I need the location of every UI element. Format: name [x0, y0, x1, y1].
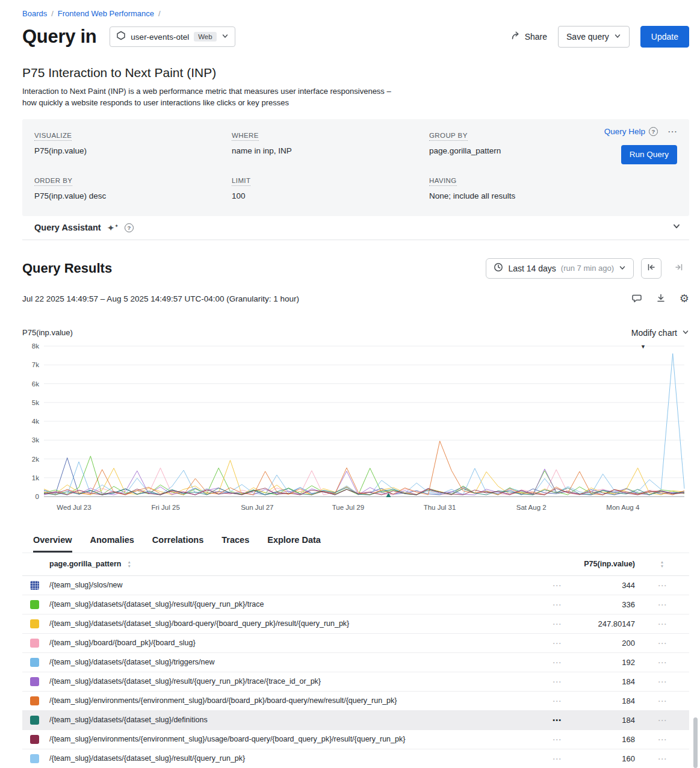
series-swatch[interactable]	[30, 639, 39, 648]
sort-icon[interactable]: ▲▼	[127, 560, 131, 568]
row-path: /{team_slug}/datasets/{dataset_slug}/def…	[49, 716, 545, 724]
row-actions-icon[interactable]: ⋯	[635, 677, 689, 686]
series-swatch[interactable]	[30, 619, 39, 628]
query-help-link[interactable]: Query Help ?	[604, 127, 658, 136]
table-row[interactable]: /{team_slug}/datasets/{dataset_slug}/res…	[22, 595, 689, 615]
row-actions-icon[interactable]: ⋯	[635, 696, 689, 705]
row-actions-icon[interactable]: ⋯	[635, 716, 689, 725]
row-menu-icon[interactable]: ⋯	[545, 754, 569, 763]
tab-anomalies[interactable]: Anomalies	[90, 531, 134, 553]
run-query-button[interactable]: Run Query	[621, 145, 677, 164]
query-assistant-bar[interactable]: Query Assistant ✦✦ ?	[22, 216, 689, 240]
next-query-button[interactable]	[669, 258, 689, 279]
table-row[interactable]: /{team_slug}/datasets/{dataset_slug}/boa…	[22, 615, 689, 634]
chevron-down-icon[interactable]	[672, 222, 681, 233]
series-swatch[interactable]	[30, 696, 39, 705]
arrow-right-to-bar-icon	[674, 262, 684, 274]
page: Boards / Frontend Web Performance / Quer…	[0, 0, 700, 768]
row-actions-icon[interactable]: ⋯	[635, 754, 689, 763]
table-row[interactable]: /{team_slug}/environments/{environment_s…	[22, 692, 689, 711]
row-menu-icon[interactable]: ⋯	[545, 696, 569, 705]
tab-correlations[interactable]: Correlations	[152, 531, 203, 553]
row-actions-icon[interactable]: ⋯	[635, 581, 689, 590]
series-swatch[interactable]	[30, 735, 39, 744]
clause-where[interactable]: WHERE name in inp, INP	[232, 129, 429, 155]
chart-svg[interactable]: 01k2k3k4k5k6k7k8kWed Jul 23Fri Jul 25Sun…	[22, 342, 689, 513]
series-swatch[interactable]	[30, 600, 39, 609]
row-menu-icon[interactable]: ⋯	[545, 716, 569, 725]
row-path: /{team_slug}/environments/{environment_s…	[49, 696, 545, 705]
time-range-text: Jul 22 2025 14:49:57 – Aug 5 2025 14:49:…	[22, 294, 299, 303]
comment-button[interactable]	[631, 293, 642, 305]
comment-icon	[631, 293, 642, 305]
dataset-env-badge: Web	[194, 32, 216, 42]
dataset-selector[interactable]: user-events-otel Web	[110, 26, 235, 47]
series-swatch[interactable]	[30, 658, 39, 667]
clock-icon	[494, 262, 503, 274]
table-row[interactable]: /{team_slug}/datasets/{dataset_slug}/def…	[22, 711, 689, 730]
row-menu-icon[interactable]: ⋯	[545, 619, 569, 628]
panel-overflow-menu-icon[interactable]: ⋯	[667, 127, 678, 137]
clause-value: name in inp, INP	[232, 146, 429, 155]
table-row[interactable]: /{team_slug}/slos/new ⋯ 344 ⋯	[22, 576, 689, 595]
save-query-label: Save query	[566, 32, 609, 42]
clause-value: P75(inp.value)	[34, 146, 232, 155]
time-range-label: Last 14 days	[508, 264, 556, 273]
row-actions-icon[interactable]: ⋯	[635, 619, 689, 628]
table-row[interactable]: /{team_slug}/datasets/{dataset_slug}/res…	[22, 672, 689, 692]
series-swatch[interactable]	[30, 754, 39, 763]
series-swatch[interactable]	[30, 716, 39, 725]
tab-overview[interactable]: Overview	[33, 531, 72, 553]
query-title: P75 Interaction to Next Paint (INP)	[22, 66, 689, 80]
row-menu-icon[interactable]: ⋯	[545, 735, 569, 744]
sort-icon[interactable]: ▲▼	[660, 560, 664, 568]
download-icon	[655, 293, 666, 305]
table-row[interactable]: /{team_slug}/datasets/{dataset_slug}/res…	[22, 749, 689, 768]
row-menu-icon[interactable]: ⋯	[545, 658, 569, 667]
column-header-value: P75(inp.value)	[569, 560, 635, 568]
row-actions-icon[interactable]: ⋯	[635, 658, 689, 667]
breadcrumb-link-boards[interactable]: Boards	[22, 9, 47, 18]
row-value: 247.80147	[569, 619, 635, 628]
row-menu-icon[interactable]: ⋯	[545, 677, 569, 686]
clause-having[interactable]: HAVING None; include all results	[429, 175, 599, 200]
row-menu-icon[interactable]: ⋯	[545, 581, 569, 590]
previous-query-button[interactable]	[641, 258, 661, 279]
row-menu-icon[interactable]: ⋯	[545, 639, 569, 648]
results-table-body: /{team_slug}/slos/new ⋯ 344 ⋯ /{team_slu…	[22, 576, 689, 768]
svg-text:7k: 7k	[32, 361, 39, 368]
clause-group-by[interactable]: GROUP BY page.gorilla_pattern	[429, 129, 599, 155]
chart-settings-button[interactable]: ⚙	[680, 293, 689, 304]
clause-limit[interactable]: LIMIT 100	[232, 175, 429, 200]
chart-collapse-caret-icon[interactable]: ▼	[640, 344, 646, 350]
row-menu-icon[interactable]: ⋯	[545, 600, 569, 609]
clause-label: VISUALIZE	[34, 132, 72, 141]
table-row[interactable]: /{team_slug}/environments/{environment_s…	[22, 730, 689, 749]
update-button[interactable]: Update	[640, 26, 689, 48]
row-actions-icon[interactable]: ⋯	[635, 735, 689, 744]
share-button[interactable]: Share	[510, 31, 547, 43]
modify-chart-button[interactable]: Modify chart	[631, 328, 689, 338]
time-range-dropdown[interactable]: Last 14 days (run 7 min ago)	[486, 258, 634, 279]
row-value: 192	[569, 658, 635, 667]
series-swatch[interactable]	[30, 581, 39, 590]
row-actions-icon[interactable]: ⋯	[635, 600, 689, 609]
assistant-help-icon[interactable]: ?	[125, 223, 134, 232]
gear-icon: ⚙	[680, 293, 689, 304]
series-swatch[interactable]	[30, 677, 39, 686]
tab-traces[interactable]: Traces	[221, 531, 249, 553]
table-row[interactable]: /{team_slug}/datasets/{dataset_slug}/tri…	[22, 653, 689, 672]
clause-visualize[interactable]: VISUALIZE P75(inp.value)	[34, 129, 232, 155]
svg-text:Sat Aug 2: Sat Aug 2	[516, 504, 547, 511]
clause-order-by[interactable]: ORDER BY P75(inp.value) desc	[34, 175, 232, 200]
vertical-scrollbar-thumb[interactable]	[693, 717, 698, 768]
download-button[interactable]	[655, 293, 666, 305]
tab-explore-data[interactable]: Explore Data	[267, 531, 321, 553]
save-query-button[interactable]: Save query	[558, 26, 630, 48]
breadcrumb-link-board[interactable]: Frontend Web Performance	[58, 9, 154, 18]
table-row[interactable]: /{team_slug}/board/{board_pk}/{board_slu…	[22, 634, 689, 653]
svg-text:Mon Aug 4: Mon Aug 4	[606, 504, 640, 511]
row-actions-icon[interactable]: ⋯	[635, 639, 689, 648]
results-title: Query Results	[22, 261, 112, 276]
clause-value: P75(inp.value) desc	[34, 191, 232, 200]
